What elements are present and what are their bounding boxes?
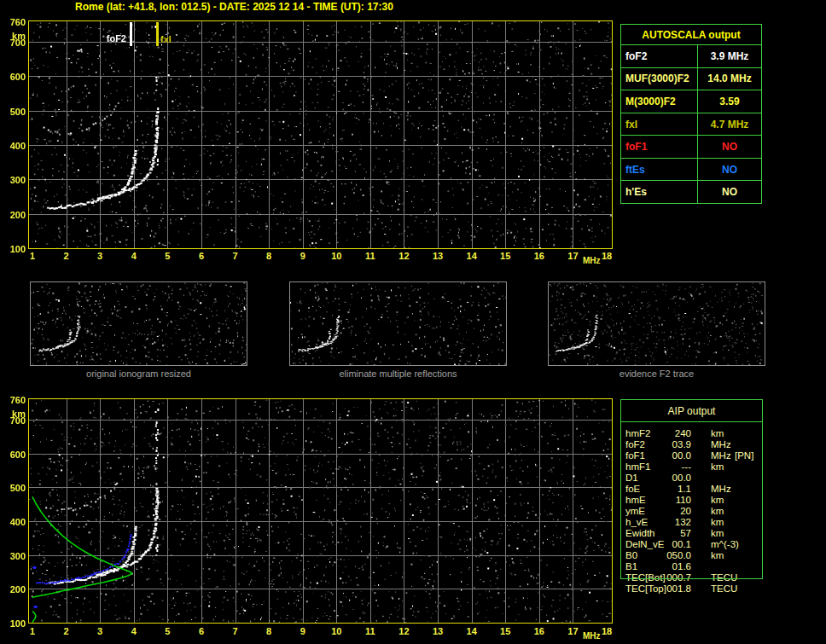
x-axis-tick: 8	[259, 627, 279, 636]
table-row: foF1NO	[621, 136, 761, 159]
x-axis-tick: 5	[157, 252, 177, 261]
thumbnail-caption: eliminate multiple reflections	[289, 368, 507, 379]
x-axis-tick: 17	[562, 252, 583, 261]
fof2-marker-label: foF2	[97, 33, 126, 44]
x-axis-tick: 4	[124, 252, 144, 261]
table-row: foF23.9 MHz	[621, 45, 761, 68]
row-value: 4.7 MHz	[698, 113, 761, 136]
y-axis-unit-label: km	[0, 32, 26, 41]
y-axis-tick: 400	[0, 518, 26, 527]
aip-row: D100.0	[620, 473, 764, 484]
x-axis-unit-label: MHz	[583, 256, 601, 265]
x-axis-tick: 15	[495, 252, 515, 261]
aip-param-unit: km	[711, 550, 724, 561]
aip-param-unit: MHz	[711, 439, 731, 450]
aip-param-name: D1	[625, 473, 638, 484]
x-axis-tick: 4	[124, 627, 144, 636]
aip-row: h_vE132km	[620, 517, 764, 528]
x-axis-tick: 12	[393, 252, 414, 261]
x-axis-tick: 1	[22, 252, 43, 261]
autoscala-table-rows: foF23.9 MHzMUF(3000)F214.0 MHzM(3000)F23…	[621, 45, 761, 203]
row-value: NO	[698, 136, 761, 158]
aip-param-value: 01.6	[644, 561, 691, 572]
aip-param-value: 132	[644, 517, 691, 528]
aip-param-value: 00.1	[644, 539, 691, 550]
y-axis-tick: 500	[0, 484, 26, 493]
row-value: 14.0 MHz	[698, 68, 761, 90]
aip-param-name: hmE	[625, 495, 646, 506]
aip-table-title: AIP output	[621, 400, 762, 422]
aip-param-value: ---	[644, 461, 691, 473]
table-row: fxI4.7 MHz	[621, 113, 761, 136]
aip-param-unit: km	[711, 506, 724, 517]
aip-param-value: 240	[644, 428, 691, 439]
x-axis-tick: 1	[22, 627, 43, 636]
row-value: 3.9 MHz	[698, 45, 761, 67]
aip-row: TEC[Top]001.8TECU	[620, 583, 764, 595]
aip-param-value: 20	[644, 506, 691, 517]
aip-param-unit: km	[711, 428, 724, 439]
x-axis-tick: 14	[462, 627, 482, 636]
x-axis-tick: 2	[56, 627, 77, 636]
y-axis-tick: 600	[0, 73, 26, 82]
thumbnail-caption: original ionogram resized	[30, 368, 247, 379]
row-label: fxI	[621, 113, 698, 136]
x-axis-tick: 7	[225, 252, 246, 261]
autoscala-output-table: AUTOSCALA output foF23.9 MHzMUF(3000)F21…	[620, 24, 762, 204]
aip-param-value: 03.9	[644, 439, 691, 450]
aip-param-unit: MHz	[711, 484, 731, 495]
x-axis-tick: 12	[393, 627, 414, 636]
page-title: Rome (lat: +41.8, lon: 012.5) - DATE: 20…	[75, 1, 393, 13]
profile-ionogram-canvas	[28, 398, 613, 624]
aip-row: TEC[Bot]000.7TECU	[620, 572, 764, 583]
row-label: ftEs	[621, 159, 698, 181]
x-axis-tick: 5	[157, 627, 177, 636]
row-label: foF2	[621, 45, 698, 67]
row-label: foF1	[621, 136, 698, 158]
x-axis-unit-label: MHz	[583, 631, 601, 641]
aip-param-value: 00.0	[644, 473, 691, 484]
aip-row: foF100.0MHz[PN]	[620, 450, 764, 461]
row-label: M(3000)F2	[621, 90, 698, 113]
y-axis-tick: 200	[0, 585, 26, 595]
aip-param-unit: km	[711, 517, 724, 528]
x-axis-tick: 9	[293, 252, 313, 261]
x-axis-tick: 6	[191, 252, 212, 261]
x-axis-tick: 17	[562, 627, 583, 636]
aip-param-value: 110	[644, 495, 691, 506]
aip-param-name: foE	[625, 484, 640, 495]
aip-param-unit: km	[711, 495, 724, 506]
aip-row: hmF2240km	[620, 428, 764, 439]
aip-table-rows: hmF2240kmfoF203.9MHzfoF100.0MHz[PN]hmF1-…	[620, 428, 764, 595]
thumbnail-evidence-f2-trace	[548, 281, 765, 366]
x-axis-tick: 16	[529, 627, 550, 636]
x-axis-tick: 3	[90, 252, 110, 261]
aip-row: DelN_vE00.1m^(-3)	[620, 539, 764, 550]
x-axis-tick: 8	[259, 252, 279, 261]
aip-row: hmE110km	[620, 495, 764, 506]
x-axis-tick: 15	[495, 627, 515, 636]
x-axis-tick: 16	[529, 252, 550, 261]
aip-param-name: B1	[625, 561, 637, 572]
x-axis-tick: 14	[462, 252, 482, 261]
row-label: MUF(3000)F2	[621, 68, 698, 90]
aip-param-name: B0	[625, 550, 637, 561]
aip-row: foF203.9MHz	[620, 439, 764, 450]
row-value: NO	[698, 159, 761, 181]
aip-param-value: 1.1	[644, 484, 691, 495]
y-axis-tick: 300	[0, 552, 26, 561]
aip-param-unit: m^(-3)	[711, 539, 739, 550]
x-axis-tick: 7	[225, 627, 246, 636]
aip-row: foE1.1MHz	[620, 484, 764, 495]
aip-param-unit: TECU	[711, 583, 737, 595]
x-axis-tick: 11	[360, 627, 381, 636]
y-axis-unit-label: km	[0, 409, 26, 419]
table-row: h'EsNO	[621, 181, 761, 203]
x-axis-tick: 10	[326, 627, 346, 636]
aip-param-name: ymE	[625, 506, 645, 517]
aip-row: ymE20km	[620, 506, 764, 517]
row-value: 3.59	[698, 90, 761, 113]
y-axis-tick: 200	[0, 211, 26, 220]
x-axis-tick: 9	[293, 627, 313, 636]
y-axis-tick: 400	[0, 142, 26, 151]
